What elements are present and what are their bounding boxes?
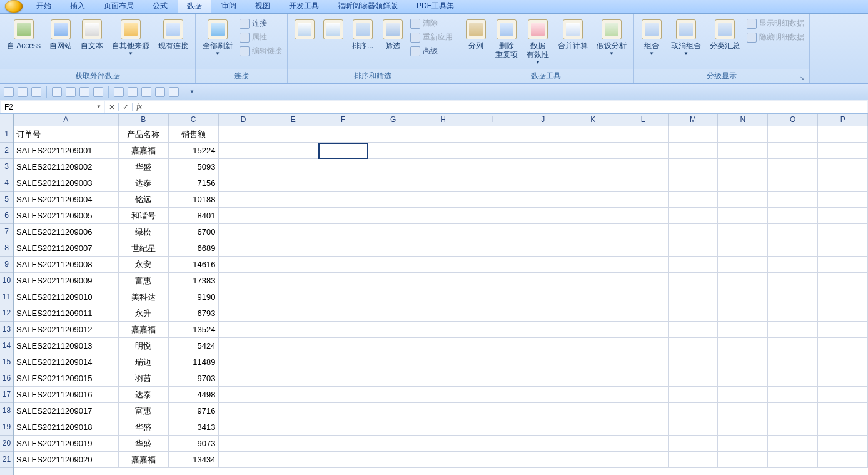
cell-K11[interactable] [568, 289, 618, 305]
cell-O19[interactable] [768, 419, 818, 436]
cell-I16[interactable] [468, 370, 518, 387]
cell-M20[interactable] [669, 436, 719, 452]
cell-C2[interactable]: 15224 [169, 143, 219, 159]
cell-K14[interactable] [568, 338, 618, 354]
cell-O7[interactable] [768, 224, 818, 240]
cell-J20[interactable] [518, 436, 568, 452]
cell-L19[interactable] [618, 419, 669, 436]
cell-M14[interactable] [669, 338, 719, 354]
cell-H9[interactable] [418, 257, 468, 273]
cell-A20[interactable]: SALES20211209019 [14, 436, 119, 452]
cell-P1[interactable] [818, 126, 868, 143]
cell-E21[interactable] [268, 452, 318, 468]
cell-H21[interactable] [418, 452, 468, 468]
cell-K2[interactable] [568, 143, 618, 159]
cell-A2[interactable]: SALES20211209001 [14, 143, 119, 159]
cell-F1[interactable] [318, 126, 368, 143]
qat-form-icon[interactable] [169, 87, 179, 97]
row-header-20[interactable]: 20 [0, 436, 13, 452]
cell-D18[interactable] [219, 403, 269, 419]
cell-F9[interactable] [318, 257, 368, 273]
cell-L5[interactable] [618, 192, 669, 208]
cell-O20[interactable] [768, 436, 818, 452]
cell-L16[interactable] [618, 370, 669, 387]
cell-L11[interactable] [618, 289, 669, 305]
cell-G13[interactable] [368, 322, 418, 338]
row-header-15[interactable]: 15 [0, 354, 13, 370]
menu-tab-4[interactable]: 数据 [178, 0, 211, 13]
cell-C13[interactable]: 13524 [169, 322, 219, 338]
cell-C4[interactable]: 7156 [169, 175, 219, 192]
cell-N6[interactable] [718, 208, 768, 224]
cell-M13[interactable] [669, 322, 719, 338]
cell-J13[interactable] [518, 322, 568, 338]
cell-B2[interactable]: 嘉嘉福 [119, 143, 169, 159]
cell-I12[interactable] [468, 305, 518, 322]
cell-M17[interactable] [669, 387, 719, 403]
sort-asc-button[interactable] [291, 16, 318, 43]
cell-M4[interactable] [669, 175, 719, 192]
cell-H7[interactable] [418, 224, 468, 240]
cell-E5[interactable] [268, 192, 318, 208]
row-header-3[interactable]: 3 [0, 159, 13, 175]
cell-F2[interactable] [318, 143, 368, 159]
cell-F6[interactable] [318, 208, 368, 224]
cell-L17[interactable] [618, 387, 669, 403]
cell-H5[interactable] [418, 192, 468, 208]
cell-H3[interactable] [418, 159, 468, 175]
row-header-7[interactable]: 7 [0, 224, 13, 240]
cell-D5[interactable] [219, 192, 269, 208]
cell-F14[interactable] [318, 338, 368, 354]
cell-L15[interactable] [618, 354, 669, 370]
cell-O3[interactable] [768, 159, 818, 175]
cell-F5[interactable] [318, 192, 368, 208]
cell-K5[interactable] [568, 192, 618, 208]
cell-I13[interactable] [468, 322, 518, 338]
cell-N12[interactable] [718, 305, 768, 322]
cell-E11[interactable] [268, 289, 318, 305]
cell-H14[interactable] [418, 338, 468, 354]
cell-N21[interactable] [718, 452, 768, 468]
sort-desc-button[interactable] [320, 16, 346, 43]
cell-J4[interactable] [518, 175, 568, 192]
cell-E19[interactable] [268, 419, 318, 436]
cell-B5[interactable]: 铭远 [119, 192, 169, 208]
cell-K3[interactable] [568, 159, 618, 175]
cell-O21[interactable] [768, 452, 818, 468]
col-header-K[interactable]: K [568, 114, 618, 126]
cell-M21[interactable] [669, 452, 719, 468]
col-header-G[interactable]: G [368, 114, 418, 126]
cell-D2[interactable] [219, 143, 269, 159]
cell-P20[interactable] [818, 436, 868, 452]
cell-A17[interactable]: SALES20211209016 [14, 387, 119, 403]
consolidate-button[interactable]: 合并计算 [555, 16, 591, 52]
cell-J5[interactable] [518, 192, 568, 208]
cell-A19[interactable]: SALES20211209018 [14, 419, 119, 436]
cell-G15[interactable] [368, 354, 418, 370]
cell-D4[interactable] [219, 175, 269, 192]
cell-L6[interactable] [618, 208, 669, 224]
from-web-button[interactable]: 自网站 [46, 16, 75, 52]
cell-I3[interactable] [468, 159, 518, 175]
office-orb-icon[interactable] [5, 0, 23, 13]
cell-C15[interactable]: 11489 [169, 354, 219, 370]
row-header-13[interactable]: 13 [0, 322, 13, 338]
cell-C10[interactable]: 17383 [169, 273, 219, 289]
row-header-2[interactable]: 2 [0, 143, 13, 159]
cell-N8[interactable] [718, 240, 768, 257]
cell-I8[interactable] [468, 240, 518, 257]
cell-F13[interactable] [318, 322, 368, 338]
cell-M18[interactable] [669, 403, 719, 419]
cell-C8[interactable]: 6689 [169, 240, 219, 257]
cell-F12[interactable] [318, 305, 368, 322]
cell-P6[interactable] [818, 208, 868, 224]
cell-F17[interactable] [318, 387, 368, 403]
cell-G4[interactable] [368, 175, 418, 192]
cell-P7[interactable] [818, 224, 868, 240]
cell-P5[interactable] [818, 192, 868, 208]
cell-M15[interactable] [669, 354, 719, 370]
cell-E7[interactable] [268, 224, 318, 240]
menu-tab-5[interactable]: 审阅 [213, 0, 245, 13]
cell-I4[interactable] [468, 175, 518, 192]
cell-N9[interactable] [718, 257, 768, 273]
